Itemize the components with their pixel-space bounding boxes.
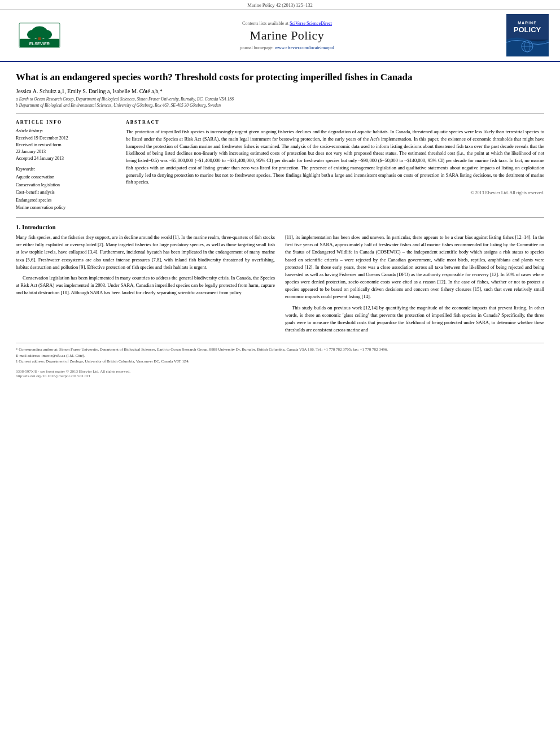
badge-svg: MARINE POLICY	[506, 14, 549, 56]
accepted-text: Accepted 24 January 2013	[16, 155, 115, 162]
affiliation-b: b Department of Biological and Environme…	[16, 103, 544, 108]
keywords-label: Keywords:	[16, 167, 115, 172]
svg-rect-5	[38, 37, 41, 40]
authors-text: Jessica A. Schultz a,1, Emily S. Darling…	[16, 88, 163, 94]
journal-header-center: Contents lists available at SciVerse Sci…	[68, 21, 506, 50]
marine-policy-badge: MARINE POLICY	[506, 14, 549, 56]
revised-label: Received in revised form	[16, 142, 115, 148]
footnotes-area: * Corresponding author at: Simon Fraser …	[16, 343, 544, 365]
footnote-email: E-mail address: imcote@sfu.ca (I.M. Côté…	[16, 353, 544, 359]
svg-text:POLICY: POLICY	[514, 25, 541, 34]
body-para-2: Conservation legislation has been implem…	[16, 274, 275, 297]
received-date-1: Received 19 December 2012 Received in re…	[16, 135, 115, 162]
affiliation-a: a Earth to Ocean Research Group, Departm…	[16, 97, 544, 102]
article-meta-section: ARTICLE INFO Article history: Received 1…	[16, 120, 544, 212]
sciverse-link[interactable]: SciVerse ScienceDirect	[290, 21, 332, 26]
keywords-list: Aquatic conservation Conservation legisl…	[16, 173, 115, 212]
keyword-1: Aquatic conservation	[16, 173, 115, 181]
homepage-prefix: journal homepage:	[240, 45, 274, 50]
homepage-url-text: www.elsevier.com/locate/marpol	[275, 45, 334, 50]
bottom-copyright: 0308-597X/$ - see front matter © 2013 El…	[16, 369, 544, 378]
abstract-text: The protection of imperilled fish specie…	[126, 128, 544, 186]
article-content: What is an endangered species worth? Thr…	[0, 62, 560, 384]
body-para-3: [11], its implementation has been slow a…	[285, 234, 544, 301]
svg-point-3	[27, 30, 38, 39]
citation-text: Marine Policy 42 (2013) 125–132	[247, 2, 313, 8]
journal-header: ELSEVIER Contents lists available at Sci…	[0, 10, 560, 62]
journal-homepage: journal homepage: www.elsevier.com/locat…	[68, 45, 506, 50]
body-two-col: Many fish species, and the fisheries the…	[16, 234, 544, 337]
contents-line: Contents lists available at SciVerse Sci…	[68, 21, 506, 26]
body-para-4: This study builds on previous work [12,1…	[285, 304, 544, 334]
top-bar: Marine Policy 42 (2013) 125–132	[0, 0, 560, 10]
authors-line: Jessica A. Schultz a,1, Emily S. Darling…	[16, 88, 544, 94]
keyword-3: Cost–benefit analysis	[16, 189, 115, 196]
body-col-right: [11], its implementation has been slow a…	[285, 234, 544, 337]
article-title: What is an endangered species worth? Thr…	[16, 71, 544, 84]
keyword-5: Marine conservation policy	[16, 204, 115, 212]
svg-text:ELSEVIER: ELSEVIER	[29, 41, 50, 46]
section-1-number: 1.	[16, 224, 20, 230]
footnote-corresponding: * Corresponding author at: Simon Fraser …	[16, 347, 544, 353]
body-content: 1. Introduction Many fish species, and t…	[16, 224, 544, 337]
abstract-header: ABSTRACT	[126, 120, 544, 125]
doi-line: http://dx.doi.org/10.1016/j.marpol.2013.…	[16, 374, 544, 378]
divider-2	[16, 217, 544, 218]
abstract-copyright: © 2013 Elsevier Ltd. All rights reserved…	[126, 190, 544, 195]
svg-point-4	[41, 30, 52, 39]
issn-line: 0308-597X/$ - see front matter © 2013 El…	[16, 369, 544, 374]
received-1-text: Received 19 December 2012	[16, 135, 115, 142]
divider-1	[16, 113, 544, 114]
body-para-1: Many fish species, and the fisheries the…	[16, 234, 275, 271]
section-1-title-text: Introduction	[22, 224, 56, 230]
received-2-text: 22 January 2013	[16, 148, 115, 155]
article-info-header: ARTICLE INFO	[16, 120, 115, 125]
sciverse-text: SciVerse ScienceDirect	[290, 21, 332, 26]
abstract-col: ABSTRACT The protection of imperilled fi…	[126, 120, 544, 212]
history-label: Article history:	[16, 128, 115, 133]
section-1-title: 1. Introduction	[16, 224, 544, 230]
article-info-col: ARTICLE INFO Article history: Received 1…	[16, 120, 115, 212]
homepage-url[interactable]: www.elsevier.com/locate/marpol	[275, 45, 334, 50]
keyword-4: Endangered species	[16, 196, 115, 204]
journal-title: Marine Policy	[68, 28, 506, 43]
keyword-2: Conservation legislation	[16, 181, 115, 189]
body-col-left: Many fish species, and the fisheries the…	[16, 234, 275, 337]
contents-text: Contents lists available at	[242, 21, 288, 26]
elsevier-logo-svg: ELSEVIER	[14, 23, 65, 48]
svg-text:MARINE: MARINE	[518, 21, 537, 25]
footnote-current: 1 Current address: Department of Zoology…	[16, 359, 544, 365]
elsevier-logo-area: ELSEVIER	[11, 19, 68, 53]
